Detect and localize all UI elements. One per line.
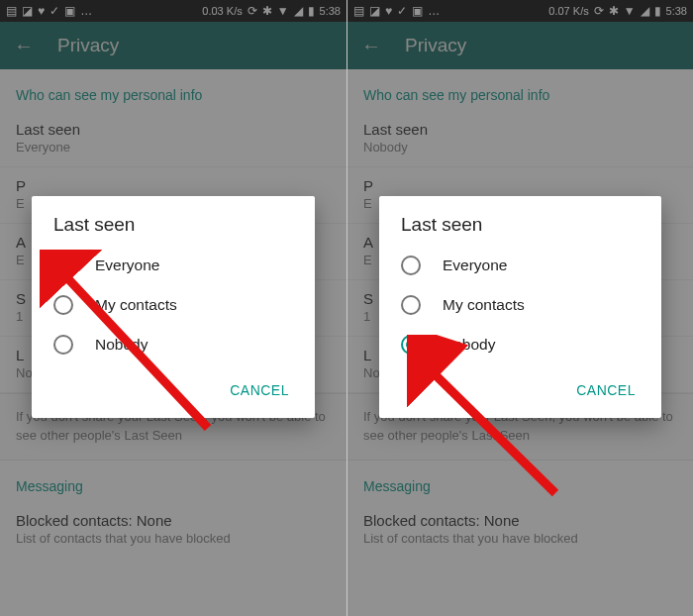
radio-option-my-contacts[interactable]: My contacts: [379, 285, 661, 325]
radio-option-nobody[interactable]: Nobody: [379, 325, 661, 364]
radio-label: Nobody: [443, 336, 495, 354]
radio-icon: [401, 256, 421, 275]
radio-option-nobody[interactable]: Nobody: [32, 325, 315, 364]
radio-option-everyone[interactable]: Everyone: [379, 246, 661, 285]
screenshot-left: ▤ ◪ ♥ ✓ ▣ … 0.03 K/s ⟳ ✱ ▼ ◢ ▮ 5:38 ← Pr…: [0, 0, 346, 616]
radio-option-everyone[interactable]: Everyone: [32, 246, 315, 285]
radio-icon: [53, 256, 73, 275]
last-seen-dialog: Last seen Everyone My contacts Nobody CA…: [379, 196, 661, 418]
radio-label: My contacts: [443, 296, 525, 314]
radio-label: Everyone: [443, 257, 507, 274]
radio-icon: [401, 295, 421, 315]
cancel-button[interactable]: CANCEL: [566, 376, 645, 404]
last-seen-dialog: Last seen Everyone My contacts Nobody CA…: [32, 196, 315, 418]
radio-icon: [53, 295, 73, 315]
radio-label: My contacts: [95, 296, 177, 314]
radio-label: Everyone: [95, 257, 159, 274]
radio-icon: [401, 335, 421, 355]
screenshot-right: ▤ ◪ ♥ ✓ ▣ … 0.07 K/s ⟳ ✱ ▼ ◢ ▮ 5:38 ← Pr…: [346, 0, 693, 616]
radio-label: Nobody: [95, 336, 148, 354]
dialog-title: Last seen: [379, 214, 661, 246]
dialog-title: Last seen: [32, 214, 315, 246]
cancel-button[interactable]: CANCEL: [220, 376, 299, 404]
radio-option-my-contacts[interactable]: My contacts: [32, 285, 315, 325]
radio-icon: [53, 335, 73, 355]
